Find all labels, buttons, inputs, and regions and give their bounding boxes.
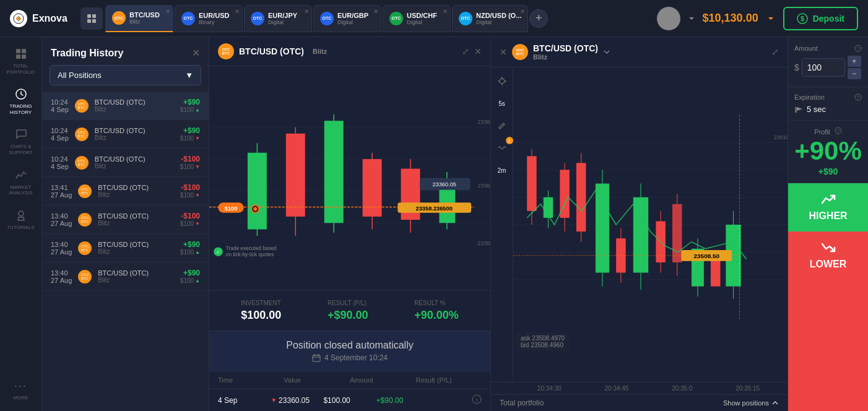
- lower-button[interactable]: LOWER: [788, 231, 868, 411]
- pencil-icon: [498, 121, 506, 130]
- tab-icon-nzd: OTC: [459, 12, 472, 25]
- logo[interactable]: Exnova: [0, 10, 80, 27]
- tab-nzd-usd[interactable]: ✕ OTC NZD/USD (O... Digital: [452, 5, 528, 32]
- trade-name: BTC/USD (OTC): [95, 98, 174, 106]
- ask-value: ask 23508.4970: [521, 335, 565, 342]
- profit-label: Profit ?: [794, 127, 862, 136]
- sidebar-item-market-analysis[interactable]: MARKETANALYSIS: [0, 163, 41, 201]
- tab-icon-eur-jpy: OTC: [251, 12, 264, 25]
- trade-item[interactable]: 10:24 4 Sep OTCBTC BTC/USD (OTC) Blitz +…: [42, 120, 209, 149]
- svg-text:23358.236500: 23358.236500: [416, 206, 453, 212]
- deposit-button[interactable]: $ Deposit: [783, 7, 858, 30]
- trade-asset-icon: OTCBTC: [78, 213, 92, 227]
- wave-button[interactable]: 2: [493, 139, 511, 157]
- row-direction-icon: ▼: [271, 397, 277, 404]
- sidebar-label-history: TRADINGHISTORY: [10, 103, 32, 115]
- svg-rect-94: [672, 204, 682, 262]
- trading-controls-panel: Amount ? $ + − Expiration ?: [788, 37, 868, 411]
- add-tab-button[interactable]: +: [529, 9, 548, 28]
- right-chart-close-button[interactable]: ✕: [500, 47, 507, 57]
- expiration-time: 5 sec: [807, 105, 826, 114]
- pencil-button[interactable]: [493, 117, 511, 134]
- svg-rect-100: [711, 259, 721, 286]
- trade-item[interactable]: 13:41 27 Aug OTCBTC BTC/USD (OTC) Blitz …: [42, 177, 209, 206]
- tab-close-eur-gbp[interactable]: ✕: [373, 8, 378, 15]
- chart-dropdown-icon[interactable]: [603, 48, 610, 56]
- time-2m-button[interactable]: 2m: [493, 162, 511, 179]
- avatar-dropdown-icon[interactable]: [688, 15, 695, 22]
- right-toolbar: 5s 2 2m: [491, 67, 513, 382]
- crosshair-icon: [498, 77, 506, 85]
- position-closed-banner: Position closed automatically 4 Septembe…: [209, 331, 490, 371]
- result-pl-stat: RESULT (P/L) +$90.00: [328, 300, 368, 322]
- balance-dropdown-icon[interactable]: [766, 14, 776, 24]
- tab-close-eur-jpy[interactable]: ✕: [304, 8, 309, 15]
- tab-name-eur-usd: EUR/USD: [199, 12, 230, 19]
- sidebar-item-tutorials[interactable]: TUTORIALS: [0, 204, 41, 236]
- result-pct-stat: RESULT % +90.00%: [414, 300, 459, 322]
- deposit-label: Deposit: [813, 14, 844, 24]
- tab-icon-eur-gbp: OTC: [320, 12, 334, 25]
- trade-item[interactable]: 13:40 27 Aug OTCBTC BTC/USD (OTC) Blitz …: [42, 262, 209, 291]
- tab-close-eur-usd[interactable]: ✕: [235, 8, 240, 15]
- svg-text:$: $: [801, 15, 804, 22]
- tab-usd-chf[interactable]: ✕ OTC USD/CHF Digital: [383, 5, 451, 32]
- tab-close-nzd[interactable]: ✕: [520, 8, 525, 15]
- svg-text:i: i: [476, 397, 477, 403]
- show-positions-button[interactable]: Show positions: [723, 399, 779, 407]
- amount-input[interactable]: [802, 58, 845, 77]
- svg-point-1: [17, 17, 20, 20]
- profit-percent: +90%: [794, 138, 862, 164]
- lower-label: LOWER: [810, 259, 847, 270]
- trade-asset-icon: OTCBTC: [78, 241, 92, 255]
- tab-eur-jpy[interactable]: ✕ OTC EUR/JPY Digital: [244, 5, 312, 32]
- trade-item[interactable]: 10:24 4 Sep OTCBTC BTC/USD (OTC) Blitz -…: [42, 149, 209, 177]
- trade-asset-icon: OTCBTC: [75, 99, 89, 113]
- right-chart-expand-button[interactable]: ⤢: [771, 47, 779, 57]
- trade-item[interactable]: 10:24 4 Sep OTCBTC BTC/USD (OTC) Blitz +…: [42, 92, 209, 120]
- higher-button[interactable]: HIGHER: [788, 183, 868, 231]
- left-chart-panel: OTCBTC BTC/USD (OTC) Blitz ⤢ ✕ 23365 233…: [209, 37, 490, 411]
- chart-expand-button[interactable]: ⤢: [462, 46, 469, 56]
- tab-eur-usd[interactable]: ✕ OTC EUR/USD Binary: [175, 5, 243, 32]
- time-5s-button[interactable]: 5s: [493, 95, 511, 112]
- chart-svg: 23365 23360 23355: [209, 66, 490, 290]
- market-icon: [14, 168, 28, 182]
- sidebar-item-trading-history[interactable]: TRADINGHISTORY: [0, 82, 41, 120]
- sidebar-item-more[interactable]: ··· MORE: [0, 374, 41, 406]
- show-positions-chevron-icon: [771, 399, 779, 407]
- tab-btc-usd[interactable]: ✕ OTC BTC/USD Blitz: [105, 5, 173, 32]
- expiration-value: 5 sec: [794, 105, 862, 114]
- svg-rect-21: [248, 153, 267, 230]
- amount-increase-button[interactable]: +: [848, 56, 861, 67]
- amount-decrease-button[interactable]: −: [848, 68, 861, 79]
- tab-name-nzd: NZD/USD (O...: [476, 12, 521, 19]
- tab-sub-nzd: Digital: [476, 19, 521, 25]
- chart-type-label: Blitz: [313, 48, 327, 55]
- balance-display[interactable]: $10,130.00: [703, 12, 758, 25]
- chart-title: OTCBTC BTC/USD (OTC) Blitz: [218, 43, 327, 59]
- tab-close-btc[interactable]: ✕: [165, 8, 170, 15]
- svg-rect-30: [363, 159, 382, 217]
- crosshair-button[interactable]: [493, 72, 511, 90]
- time-2m-label: 2m: [498, 167, 506, 174]
- amount-label: Amount ?: [794, 45, 862, 52]
- amount-label-text: Amount: [794, 45, 818, 52]
- trade-item[interactable]: 13:40 27 Aug OTCBTC BTC/USD (OTC) Blitz …: [42, 206, 209, 234]
- filter-dropdown[interactable]: All Positions ▼: [50, 65, 201, 85]
- user-avatar[interactable]: [657, 7, 680, 30]
- col-time: Time: [218, 376, 284, 384]
- tab-close-usd-chf[interactable]: ✕: [443, 8, 448, 15]
- trade-item[interactable]: 13:40 27 Aug OTCBTC BTC/USD (OTC) Blitz …: [42, 234, 209, 262]
- tab-eur-gbp[interactable]: ✕ OTC EUR/GBP Digital: [313, 5, 381, 32]
- history-close-button[interactable]: ✕: [192, 47, 200, 59]
- chart-close-button[interactable]: ✕: [474, 46, 482, 56]
- grid-view-button[interactable]: [80, 7, 103, 30]
- chart-header: OTCBTC BTC/USD (OTC) Blitz ⤢ ✕: [209, 37, 490, 66]
- svg-rect-24: [286, 134, 305, 217]
- wave-icon: [498, 144, 506, 152]
- sidebar-item-chats[interactable]: CHATS &SUPPORT: [0, 123, 41, 160]
- right-time-3: 20:35:0: [672, 385, 692, 392]
- tab-name-eur-gbp: EUR/GBP: [337, 12, 368, 19]
- sidebar-item-total-portfolio[interactable]: TOTALPORTFOLIO: [0, 42, 41, 80]
